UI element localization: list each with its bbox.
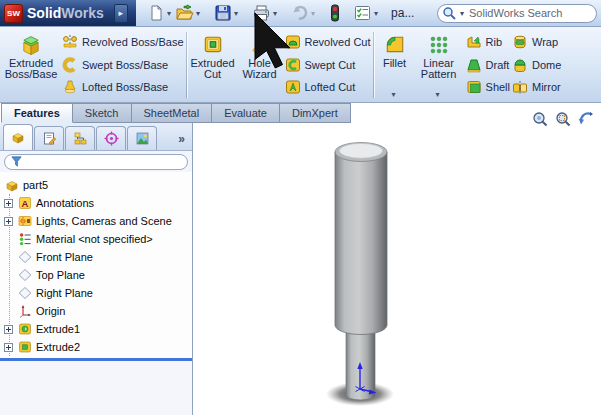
tree-item-extrude1[interactable]: Extrude1: [0, 320, 192, 338]
lofted-cut-button[interactable]: Lofted Cut: [285, 77, 371, 97]
extruded-cut-button[interactable]: Extruded Cut: [189, 29, 237, 101]
draft-icon: [466, 57, 482, 73]
svg-text:A: A: [22, 198, 29, 209]
swept-cut-button[interactable]: Swept Cut: [285, 55, 371, 75]
revolved-cut-icon: [285, 34, 301, 50]
expand-toggle[interactable]: [4, 217, 13, 226]
expand-toggle[interactable]: [4, 325, 13, 334]
dimxpertmanager-icon: [104, 131, 119, 146]
configurationmanager-icon: [73, 131, 88, 146]
search-box[interactable]: ▾ SolidWorks Search: [437, 4, 597, 23]
linear-pattern-button[interactable]: Linear Pattern ▾: [414, 29, 464, 101]
tree-item-chamfer1[interactable]: Chamfer1: [0, 356, 192, 357]
shell-button[interactable]: Shell: [466, 77, 510, 97]
plane-icon: [18, 268, 32, 282]
tree-item-lights-cameras-scene[interactable]: Lights, Cameras and Scene: [0, 212, 192, 230]
boss-base-group: Extruded Boss/Base Revolved Boss/Base: [2, 29, 184, 101]
tree-item-annotations[interactable]: A Annotations: [0, 194, 192, 212]
tree-item-material[interactable]: Material <not specified>: [0, 230, 192, 248]
extruded-boss-base-button[interactable]: Extruded Boss/Base: [2, 29, 60, 101]
revolved-cut-button[interactable]: Revolved Cut: [285, 32, 371, 52]
tab-evaluate[interactable]: Evaluate: [212, 103, 280, 123]
fillet-dropdown[interactable]: ▾: [391, 90, 399, 101]
tree-filter-row: [0, 151, 192, 172]
tree-item-top-plane[interactable]: Top Plane: [0, 266, 192, 284]
model-3d-part[interactable]: [194, 123, 601, 415]
quick-access-toolbar: ▾ ▾ ▾: [136, 0, 601, 26]
print-icon: [252, 4, 271, 22]
open-button[interactable]: [174, 2, 195, 24]
new-document-button[interactable]: [146, 2, 166, 24]
zoom-to-area-button[interactable]: [553, 109, 573, 129]
panel-more-chevron[interactable]: »: [178, 132, 189, 150]
tree-item-extrude2[interactable]: Extrude2: [0, 338, 192, 356]
print-button[interactable]: [251, 2, 272, 24]
tab-displaymanager[interactable]: [127, 126, 157, 150]
menu-expand-button[interactable]: ▸: [114, 4, 128, 23]
wrap-button[interactable]: Wrap: [512, 32, 561, 52]
rebuild-button[interactable]: [328, 2, 342, 24]
revolved-boss-icon: [62, 34, 78, 50]
material-icon: [18, 232, 32, 246]
tab-dimxpertmanager[interactable]: [96, 126, 126, 150]
panel-footer: [0, 361, 192, 415]
lofted-cut-icon: [285, 79, 301, 95]
save-dropdown[interactable]: ▾: [233, 9, 241, 18]
expand-toggle[interactable]: [4, 343, 13, 352]
feature-tree: part5 A Annotations: [0, 172, 192, 357]
mirror-icon: [512, 79, 528, 95]
expand-toggle[interactable]: [4, 199, 13, 208]
rib-button[interactable]: Rib: [466, 32, 510, 52]
dome-icon: [512, 57, 528, 73]
tree-root-part[interactable]: part5: [0, 176, 192, 194]
tree-item-front-plane[interactable]: Front Plane: [0, 248, 192, 266]
main-cylinder[interactable]: [335, 152, 387, 335]
undo-button[interactable]: [290, 2, 310, 24]
tree-item-right-plane[interactable]: Right Plane: [0, 284, 192, 302]
save-button[interactable]: [213, 2, 233, 24]
draft-button[interactable]: Draft: [466, 55, 510, 75]
ribbon-separator: [373, 32, 374, 98]
rebuild-traffic-light-icon: [329, 4, 341, 23]
tab-configurationmanager[interactable]: [65, 126, 95, 150]
cut-list: Revolved Cut Swept Cut Lofted Cut: [283, 29, 371, 101]
tab-featuremanager-tree[interactable]: [3, 124, 33, 150]
search-scope-dropdown[interactable]: ▾: [459, 9, 467, 18]
fillet-button[interactable]: Fillet ▾: [376, 29, 414, 101]
hole-wizard-button[interactable]: Hole Wizard: [237, 29, 283, 101]
panel-tab-bar: »: [0, 123, 192, 151]
tab-sketch[interactable]: Sketch: [73, 103, 132, 123]
graphics-viewport[interactable]: ▾ ▾ ▾: [194, 123, 601, 415]
revolved-boss-base-button[interactable]: Revolved Boss/Base: [62, 32, 184, 52]
tab-dimxpert[interactable]: DimXpert: [280, 103, 351, 123]
rib-draft-shell-list: Rib Draft Shell: [464, 29, 510, 101]
solidworks-logo-icon: SW: [4, 4, 23, 23]
tree-filter-input[interactable]: [4, 154, 188, 170]
swept-boss-icon: [62, 57, 78, 73]
lofted-boss-base-button[interactable]: Lofted Boss/Base: [62, 77, 184, 97]
dome-button[interactable]: Dome: [512, 55, 561, 75]
zoom-to-fit-button[interactable]: [530, 109, 550, 129]
print-dropdown[interactable]: ▾: [272, 9, 280, 18]
wrap-dome-mirror-list: Wrap Dome Mirror: [510, 29, 561, 101]
featuremanager-tree-icon: [11, 130, 26, 145]
open-dropdown[interactable]: ▾: [195, 9, 203, 18]
document-name: pa...: [391, 6, 414, 20]
linear-pattern-dropdown[interactable]: ▾: [435, 90, 443, 101]
swept-boss-base-button[interactable]: Swept Boss/Base: [62, 55, 184, 75]
extruded-cut-icon: [202, 34, 224, 56]
mirror-button[interactable]: Mirror: [512, 77, 561, 97]
options-button[interactable]: [352, 2, 373, 24]
origin-icon: [18, 304, 32, 318]
tab-propertymanager[interactable]: [34, 126, 64, 150]
lofted-boss-icon: [62, 79, 78, 95]
cut-group: Extruded Cut Hole Wizard: [189, 29, 371, 101]
tab-features[interactable]: Features: [1, 103, 73, 123]
tree-item-origin[interactable]: Origin: [0, 302, 192, 320]
tab-sheetmetal[interactable]: SheetMetal: [132, 103, 213, 123]
previous-view-button[interactable]: [576, 109, 596, 129]
new-dropdown[interactable]: ▾: [166, 9, 174, 18]
hole-wizard-icon: [249, 34, 271, 56]
top-face: [340, 143, 383, 158]
options-dropdown[interactable]: ▾: [373, 9, 381, 18]
